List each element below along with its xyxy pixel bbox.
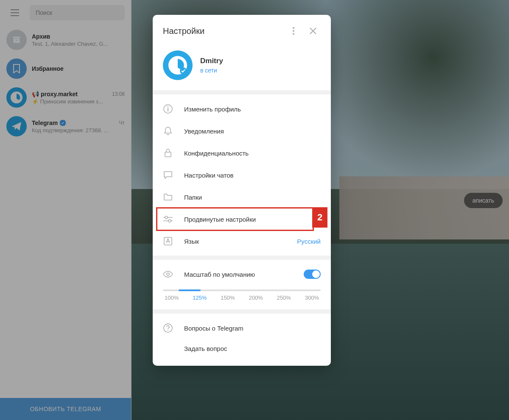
svg-point-4 [293, 27, 294, 29]
settings-modal: Настройки Dmitry в сети Изменить профиль… [153, 15, 331, 366]
settings-list: Изменить профиль Уведомления Конфиденциа… [153, 95, 331, 256]
svg-point-16 [168, 220, 171, 222]
lock-icon [163, 148, 173, 158]
kebab-icon [293, 27, 294, 35]
settings-item-notifications[interactable]: Уведомления [153, 120, 331, 142]
settings-value: Русский [297, 238, 321, 245]
scale-option[interactable]: 150% [221, 295, 235, 301]
language-icon [163, 236, 173, 246]
info-icon [163, 104, 173, 114]
svg-point-10 [168, 106, 168, 107]
close-icon [310, 28, 316, 34]
annotation-badge: 2 [312, 207, 327, 228]
svg-point-20 [168, 330, 168, 331]
scale-section: Масштаб по умолчанию 100% 125% 150% 200%… [153, 260, 331, 309]
svg-rect-12 [165, 152, 171, 157]
settings-item-advanced[interactable]: Продвинутые настройки 2 [153, 208, 331, 230]
sliders-icon [163, 214, 173, 224]
profile-name: Dmitry [200, 57, 223, 65]
svg-point-14 [165, 216, 168, 219]
scale-option[interactable]: 200% [249, 295, 263, 301]
help-label: Вопросы о Telegram [184, 325, 321, 332]
settings-label: Изменить профиль [184, 106, 321, 113]
modal-close-button[interactable] [305, 23, 321, 39]
svg-point-6 [293, 33, 294, 35]
bell-icon [163, 126, 173, 136]
question-icon [163, 323, 173, 333]
modal-menu-button[interactable] [286, 23, 301, 39]
settings-item-chat-settings[interactable]: Настройки чатов [153, 164, 331, 186]
svg-point-5 [293, 30, 294, 32]
settings-label: Продвинутые настройки [184, 216, 321, 223]
eye-icon [163, 269, 173, 279]
help-item-ask[interactable]: Задать вопрос [153, 339, 331, 358]
profile-section[interactable]: Dmitry в сети [153, 45, 331, 90]
scale-slider[interactable]: 100% 125% 150% 200% 250% 300% [153, 285, 331, 301]
settings-label: Папки [184, 194, 321, 201]
profile-status: в сети [200, 67, 223, 74]
help-item-faq[interactable]: Вопросы о Telegram [153, 317, 331, 339]
svg-point-18 [167, 273, 169, 275]
settings-label: Конфиденциальность [184, 150, 321, 157]
chat-icon [163, 170, 173, 180]
profile-avatar [163, 50, 193, 80]
scale-label: Масштаб по умолчанию [184, 271, 293, 278]
settings-item-privacy[interactable]: Конфиденциальность [153, 142, 331, 164]
settings-label: Уведомления [184, 128, 321, 135]
help-section: Вопросы о Telegram Задать вопрос [153, 314, 331, 362]
modal-header: Настройки [153, 15, 331, 45]
settings-label: Язык [184, 238, 286, 245]
scale-toggle[interactable] [304, 270, 321, 279]
scale-option[interactable]: 125% [193, 295, 207, 301]
scale-option[interactable]: 250% [277, 295, 291, 301]
modal-title: Настройки [163, 26, 282, 36]
settings-item-folders[interactable]: Папки [153, 186, 331, 208]
settings-item-edit-profile[interactable]: Изменить профиль [153, 98, 331, 120]
settings-label: Настройки чатов [184, 172, 321, 179]
settings-item-language[interactable]: Язык Русский [153, 230, 331, 252]
svg-rect-11 [168, 108, 168, 111]
folder-icon [163, 192, 173, 202]
svg-point-8 [180, 67, 187, 74]
scale-option[interactable]: 300% [305, 295, 319, 301]
scale-option[interactable]: 100% [165, 295, 179, 301]
